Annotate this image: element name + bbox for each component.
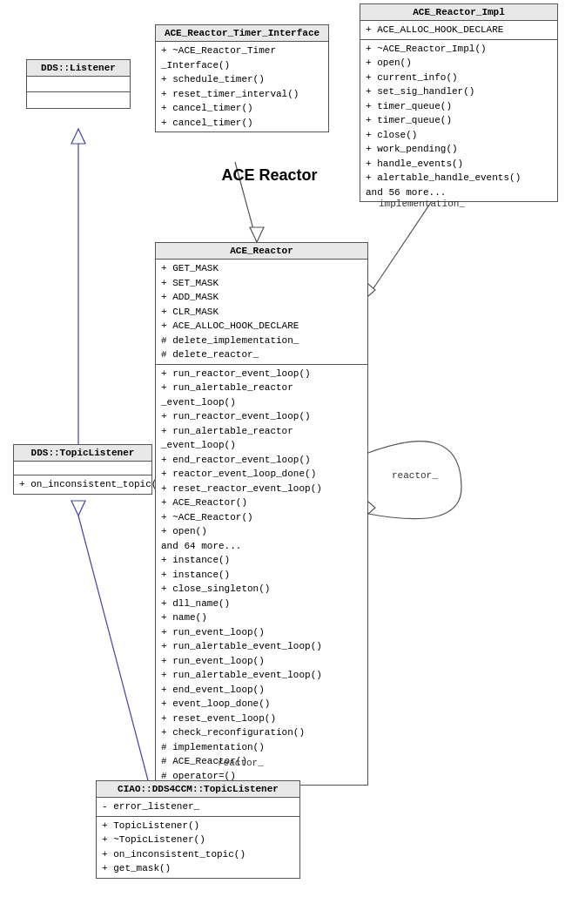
dds-topic-listener-methods: + on_inconsistent_topic() — [14, 475, 151, 494]
method: + name() — [161, 610, 362, 625]
method: + run_alertable_event_loop() — [161, 639, 362, 654]
method: + reset_event_loop() — [161, 712, 362, 726]
ace-reactor-header: ACE_Reactor — [156, 243, 367, 260]
method: + run_alertable_reactor — [161, 424, 362, 439]
method: + cancel_timer() — [161, 116, 323, 131]
field: + ACE_ALLOC_HOOK_DECLARE — [161, 319, 362, 334]
method: + handle_events() — [366, 157, 552, 172]
method: + end_reactor_event_loop() — [161, 453, 362, 468]
method: + alertable_handle_events() — [366, 171, 552, 185]
method: _event_loop() — [161, 395, 362, 410]
ace-reactor-impl-methods: + ~ACE_Reactor_Impl() + open() + current… — [360, 40, 557, 202]
dds-listener-box: DDS::Listener — [26, 59, 131, 109]
diagram-title: ACE Reactor — [168, 166, 371, 185]
ciao-topic-listener-header: CIAO::DDS4CCM::TopicListener — [97, 781, 299, 798]
method: + timer_queue() — [366, 113, 552, 128]
dds-topic-listener-header: DDS::TopicListener — [14, 445, 151, 462]
ace-reactor-methods: + run_reactor_event_loop() + run_alertab… — [156, 365, 367, 786]
method: + timer_queue() — [366, 99, 552, 114]
field: + ADD_MASK — [161, 290, 362, 305]
ace-reactor-timer-header: ACE_Reactor_Timer_Interface — [156, 25, 328, 42]
field: + GET_MASK — [161, 261, 362, 276]
field: + SET_MASK — [161, 276, 362, 291]
method: + run_alertable_event_loop() — [161, 668, 362, 683]
diagram-container: ACE Reactor DDS::Listener ACE_Reactor_Ti… — [0, 0, 565, 924]
dds-listener-header: DDS::Listener — [27, 60, 130, 77]
method: + check_reconfiguration() — [161, 725, 362, 740]
method: + set_sig_handler() — [366, 84, 552, 99]
ace-reactor-fields: + GET_MASK + SET_MASK + ADD_MASK + CLR_M… — [156, 260, 367, 365]
method: + current_info() — [366, 71, 552, 85]
reactor-bottom-label: reactor_ — [218, 758, 264, 768]
method: # implementation() — [161, 740, 362, 755]
method: + run_alertable_reactor — [161, 381, 362, 395]
dds-listener-section1 — [27, 77, 130, 92]
method: + ACE_Reactor() — [161, 496, 362, 510]
method: + reactor_event_loop_done() — [161, 467, 362, 482]
method: + dll_name() — [161, 597, 362, 611]
ace-reactor-impl-alloc: + ACE_ALLOC_HOOK_DECLARE — [360, 21, 557, 40]
ace-reactor-timer-box: ACE_Reactor_Timer_Interface + ~ACE_React… — [155, 24, 329, 132]
method: _event_loop() — [161, 438, 362, 453]
method: _Interface() — [161, 58, 323, 73]
ciao-topic-listener-box: CIAO::DDS4CCM::TopicListener - error_lis… — [96, 780, 300, 879]
method: + ~ACE_Reactor_Impl() — [366, 42, 552, 57]
method: + open() — [161, 524, 362, 539]
method: + on_inconsistent_topic() — [102, 847, 294, 862]
svg-marker-3 — [71, 501, 85, 516]
method: + cancel_timer() — [161, 101, 323, 116]
method: + run_event_loop() — [161, 654, 362, 669]
field: # delete_reactor_ — [161, 347, 362, 362]
dds-topic-listener-section1 — [14, 462, 151, 475]
method: + instance() — [161, 568, 362, 583]
method: + on_inconsistent_topic() — [19, 477, 146, 492]
svg-marker-1 — [71, 129, 85, 144]
ace-reactor-impl-header: ACE_Reactor_Impl — [360, 4, 557, 21]
method: + close() — [366, 128, 552, 143]
method: + ACE_ALLOC_HOOK_DECLARE — [366, 23, 552, 37]
method: + reset_reactor_event_loop() — [161, 482, 362, 496]
method: + close_singleton() — [161, 582, 362, 597]
ace-reactor-timer-methods: + ~ACE_Reactor_Timer _Interface() + sche… — [156, 42, 328, 132]
method: and 64 more... — [161, 539, 362, 554]
svg-line-2 — [78, 516, 148, 780]
method: + reset_timer_interval() — [161, 87, 323, 102]
method: + get_mask() — [102, 861, 294, 876]
method: + ~ACE_Reactor() — [161, 510, 362, 525]
method: + open() — [366, 56, 552, 71]
method: + ~ACE_Reactor_Timer — [161, 44, 323, 58]
implementation-label: implementation_ — [379, 199, 465, 209]
method: + end_event_loop() — [161, 683, 362, 698]
reactor-right-label: reactor_ — [392, 470, 438, 481]
method: + run_reactor_event_loop() — [161, 409, 362, 424]
method: + ~TopicListener() — [102, 833, 294, 847]
method: + work_pending() — [366, 142, 552, 157]
method: + run_event_loop() — [161, 625, 362, 640]
method: + TopicListener() — [102, 819, 294, 833]
field: + CLR_MASK — [161, 305, 362, 320]
method: and 56 more... — [366, 185, 552, 200]
dds-listener-section2 — [27, 92, 130, 108]
dds-topic-listener-box: DDS::TopicListener + on_inconsistent_top… — [13, 444, 152, 495]
ace-reactor-impl-box: ACE_Reactor_Impl + ACE_ALLOC_HOOK_DECLAR… — [360, 3, 558, 202]
ciao-topic-listener-fields: - error_listener_ — [97, 798, 299, 817]
ciao-topic-listener-methods: + TopicListener() + ~TopicListener() + o… — [97, 817, 299, 878]
field: - error_listener_ — [102, 799, 294, 814]
method: + schedule_timer() — [161, 72, 323, 87]
svg-marker-5 — [250, 227, 264, 242]
ace-reactor-box: ACE_Reactor + GET_MASK + SET_MASK + ADD_… — [155, 242, 368, 786]
method: + instance() — [161, 553, 362, 568]
method: + event_loop_done() — [161, 697, 362, 712]
field: # delete_implementation_ — [161, 334, 362, 348]
method: + run_reactor_event_loop() — [161, 367, 362, 381]
